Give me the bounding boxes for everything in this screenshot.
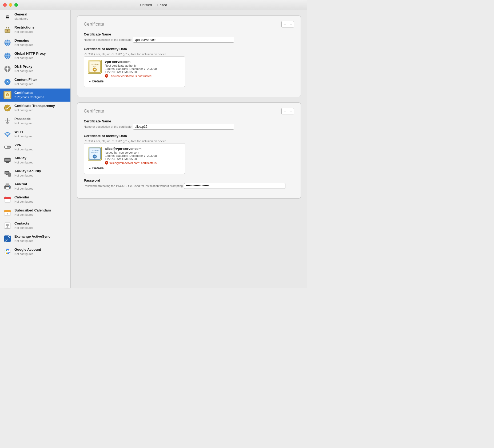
cert-section-1-header: Certificate − +: [84, 21, 294, 27]
svg-text:Root: Root: [93, 65, 97, 67]
sidebar-item-calendar[interactable]: ←→ Calendar Not configured: [0, 193, 70, 206]
cert-2-thumbnail: Certificate Standard ★: [88, 147, 102, 161]
cert-2-minus-button[interactable]: −: [281, 108, 288, 114]
sidebar-item-cert-transparency-subtitle: Not configured: [14, 108, 55, 112]
contacts-icon: @: [3, 221, 12, 230]
cert-1-details-row[interactable]: ▶ Details: [88, 78, 181, 84]
cert-2-details-arrow: ▶: [89, 167, 91, 170]
cert-2-data-label: Certificate or Identity Data: [84, 134, 294, 138]
minimize-button[interactable]: [9, 3, 12, 7]
sidebar-item-wifi-title: Wi-Fi: [14, 130, 34, 134]
sidebar-item-domains[interactable]: Domains Not configured: [0, 36, 70, 49]
sidebar-item-restrictions-title: Restrictions: [14, 25, 34, 30]
svg-point-24: [7, 136, 8, 137]
svg-point-26: [5, 146, 7, 148]
cert-section-1-title: Certificate: [84, 22, 104, 27]
sidebar-item-dns-proxy[interactable]: DNS Proxy Not configured: [0, 62, 70, 75]
svg-rect-49: [4, 211, 11, 212]
sidebar-item-domains-subtitle: Not configured: [14, 43, 34, 47]
sidebar-item-passcode-title: Passcode: [14, 117, 34, 121]
cert-2-password-input[interactable]: [184, 183, 285, 189]
cert-2-plus-button[interactable]: +: [288, 108, 294, 114]
close-button[interactable]: [3, 3, 7, 7]
sidebar-item-contacts[interactable]: @ Contacts Not configured: [0, 219, 70, 232]
sidebar-item-exchange-activesync-title: Exchange ActiveSync: [14, 234, 50, 239]
cert-2-password-label: Password: [84, 178, 294, 182]
cert-1-data-group: Certificate or Identity Data PKCS1 (.cer…: [84, 47, 294, 87]
cert-section-1-controls: − +: [281, 21, 294, 27]
cert-2-cn: alice@vpn-server.com: [105, 147, 181, 151]
sidebar-item-global-http-proxy[interactable]: Global HTTP Proxy Not configured: [0, 49, 70, 62]
sidebar-item-airplay-security-title: AirPlay Security: [14, 169, 41, 174]
cert-1-details-label: Details: [92, 79, 104, 83]
sidebar-item-subscribed-calendars[interactable]: ↕ Subscribed Calendars Not configured: [0, 206, 70, 219]
sidebar-item-contacts-title: Contacts: [14, 221, 34, 226]
google-account-icon: [3, 247, 12, 256]
sidebar-item-airplay[interactable]: AirPlay Not configured: [0, 154, 70, 167]
sidebar-item-domains-title: Domains: [14, 38, 34, 43]
airprint-icon: [3, 182, 12, 191]
cert-1-name-group: Certificate Name Name or description of …: [84, 32, 294, 43]
sidebar-item-general[interactable]: 🖥 General Mandatory: [0, 10, 70, 23]
svg-rect-38: [6, 183, 9, 186]
sidebar-item-certificates[interactable]: ★ Certificates 2 Payloads Configured: [0, 89, 70, 102]
sidebar-item-airprint-title: AirPrint: [14, 182, 34, 187]
titlebar: Untitled — Edited: [0, 0, 307, 10]
svg-point-2: [7, 30, 8, 31]
svg-point-40: [9, 186, 10, 187]
cert-section-2-title: Certificate: [84, 109, 104, 114]
fullscreen-button[interactable]: [14, 3, 18, 7]
svg-rect-34: [5, 172, 9, 174]
svg-line-22: [6, 120, 6, 121]
sidebar-item-restrictions[interactable]: Restrictions Not configured: [0, 23, 70, 36]
svg-text:✕: ✕: [6, 80, 9, 84]
sidebar-item-general-title: General: [14, 12, 28, 17]
sidebar-item-google-account[interactable]: Google Account Not configured: [0, 245, 70, 258]
cert-2-data-group: Certificate or Identity Data PKCS1 (.cer…: [84, 134, 294, 174]
cert-2-data-desc: PKCS1 (.cer, etc) or PKCS12 (.p12) files…: [84, 139, 166, 143]
sidebar-item-global-http-proxy-subtitle: Not configured: [14, 56, 46, 60]
sidebar-item-dns-proxy-subtitle: Not configured: [14, 69, 34, 73]
svg-point-21: [6, 122, 9, 124]
sidebar-item-contacts-subtitle: Not configured: [14, 226, 34, 230]
vpn-icon: [3, 143, 12, 151]
cert-1-name-input[interactable]: [133, 37, 234, 43]
wifi-icon: [3, 130, 12, 138]
cert-2-expires: Expires: Saturday, December 7, 2030 at: [105, 154, 181, 157]
sidebar-item-vpn[interactable]: VPN Not configured: [0, 141, 70, 154]
sidebar-item-vpn-subtitle: Not configured: [14, 147, 34, 151]
cert-section-2-header: Certificate − +: [84, 108, 294, 114]
certificates-icon: ★: [3, 91, 12, 99]
sidebar-item-airprint-subtitle: Not configured: [14, 187, 34, 190]
calendar-icon: ←→: [3, 195, 12, 204]
sidebar-item-wifi[interactable]: Wi-Fi Not configured: [0, 128, 70, 141]
sidebar-item-airplay-security[interactable]: AirPlay Security Not configured: [0, 167, 70, 180]
sidebar-item-wifi-subtitle: Not configured: [14, 134, 34, 138]
svg-point-12: [6, 68, 9, 70]
sidebar-item-calendar-title: Calendar: [14, 195, 34, 200]
cert-2-error-icon: ✕: [105, 161, 108, 165]
cert-1-plus-button[interactable]: +: [288, 21, 294, 27]
cert-2-error: ✕ "alice@vpn-server.com" certificate is: [105, 161, 181, 165]
content-filter-icon: ✕: [3, 78, 12, 86]
sidebar-item-airplay-subtitle: Not configured: [14, 161, 34, 164]
subscribed-calendars-icon: ↕: [3, 208, 12, 217]
sidebar-item-airprint[interactable]: AirPrint Not configured: [0, 180, 70, 193]
sidebar-item-google-account-subtitle: Not configured: [14, 252, 41, 256]
sidebar-item-passcode[interactable]: Passcode Not configured: [0, 115, 70, 128]
cert-1-minus-button[interactable]: −: [281, 21, 288, 27]
domains-icon: [3, 38, 12, 47]
svg-rect-36: [9, 173, 10, 174]
airplay-security-icon: [3, 169, 12, 178]
sidebar-item-global-http-proxy-title: Global HTTP Proxy: [14, 51, 46, 56]
cert-2-name-input[interactable]: [133, 124, 234, 130]
cert-2-card: Certificate Standard ★ alice@vpn-server.…: [84, 143, 185, 174]
cert-transparency-icon: [3, 104, 12, 112]
svg-rect-39: [6, 187, 9, 189]
sidebar-item-cert-transparency[interactable]: Certificate Transparency Not configured: [0, 102, 70, 115]
cert-2-details-row[interactable]: ▶ Details: [88, 165, 181, 171]
cert-1-error: ✕ This root certificate is not trusted: [105, 74, 181, 78]
svg-text:Standard: Standard: [91, 152, 98, 154]
sidebar-item-content-filter[interactable]: ✕ Content Filter Not configured: [0, 75, 70, 89]
sidebar-item-exchange-activesync[interactable]: E Exchange ActiveSync Not configured: [0, 232, 70, 245]
